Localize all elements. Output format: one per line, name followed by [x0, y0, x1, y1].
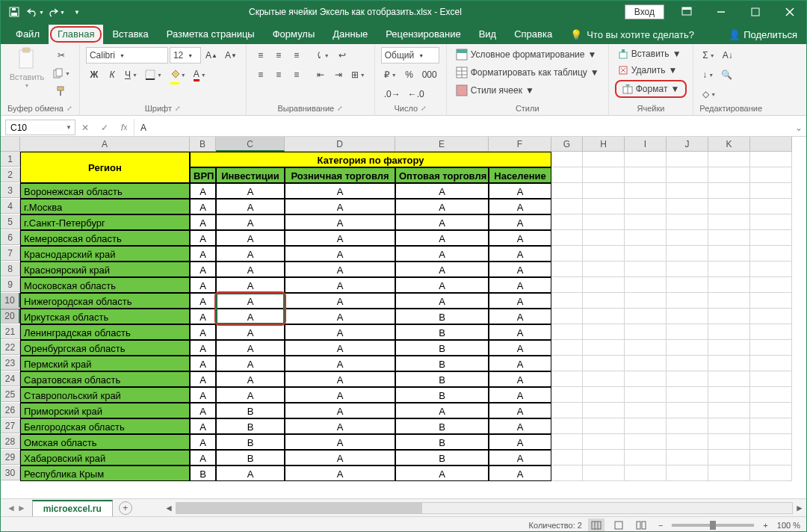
scroll-thumb[interactable]: [176, 503, 423, 513]
row-header[interactable]: 29: [1, 450, 20, 465]
maximize-icon[interactable]: [739, 1, 772, 23]
decrease-decimal[interactable]: ←.0: [405, 86, 427, 102]
close-icon[interactable]: [773, 1, 806, 23]
name-box[interactable]: C10▼: [5, 120, 75, 135]
comma-button[interactable]: 000: [419, 66, 440, 83]
row-header[interactable]: 4: [1, 199, 20, 214]
column-header[interactable]: F: [489, 137, 551, 152]
align-bottom[interactable]: ≡: [288, 47, 305, 64]
qat-customize-icon[interactable]: ▼: [68, 3, 86, 21]
column-header[interactable]: K: [708, 137, 750, 152]
font-color-button[interactable]: А▼: [191, 66, 209, 83]
redo-icon[interactable]: ▼: [47, 3, 65, 21]
tab-layout[interactable]: Разметка страницы: [158, 25, 264, 44]
chevron-down-icon[interactable]: ▼: [63, 124, 75, 131]
scroll-right-icon[interactable]: ►: [793, 503, 806, 513]
row-header[interactable]: 3: [1, 183, 20, 198]
view-normal-button[interactable]: [588, 519, 605, 532]
tab-file[interactable]: Файл: [7, 25, 49, 44]
clear-button[interactable]: ◇▼: [699, 86, 719, 102]
fill-color-button[interactable]: ▼: [167, 66, 189, 83]
row-header[interactable]: 10: [1, 293, 20, 308]
font-launcher[interactable]: ⤢: [175, 105, 181, 112]
clipboard-launcher[interactable]: ⤢: [67, 105, 72, 112]
formula-expand-button[interactable]: ⌄: [791, 119, 806, 136]
orientation-button[interactable]: ⤹▼: [312, 47, 333, 64]
column-header[interactable]: A: [20, 137, 190, 152]
delete-cells-button[interactable]: Удалить▼: [615, 64, 681, 77]
number-launcher[interactable]: ⤢: [421, 105, 427, 112]
sort-filter-button[interactable]: A↓: [720, 47, 736, 64]
column-header[interactable]: E: [395, 137, 489, 152]
row-header[interactable]: 21: [1, 324, 20, 339]
zoom-out-button[interactable]: −: [655, 521, 666, 530]
column-header[interactable]: C: [216, 137, 285, 152]
find-button[interactable]: 🔍: [718, 66, 735, 83]
shrink-font-button[interactable]: A▼: [222, 47, 240, 64]
wrap-text-button[interactable]: ↩: [334, 47, 350, 64]
percent-button[interactable]: %: [401, 66, 418, 83]
save-icon[interactable]: [5, 3, 23, 21]
tab-home[interactable]: Главная: [49, 25, 103, 44]
row-header[interactable]: 22: [1, 340, 20, 355]
font-size-combo[interactable]: 12▼: [170, 47, 201, 64]
copy-button[interactable]: ▼: [50, 65, 73, 81]
align-left[interactable]: ≡: [253, 66, 269, 83]
align-right[interactable]: ≡: [288, 66, 305, 83]
cancel-formula-button[interactable]: ✕: [75, 119, 95, 136]
fill-button[interactable]: ↓▼: [699, 66, 717, 83]
row-header[interactable]: 23: [1, 356, 20, 371]
number-format-combo[interactable]: Общий▼: [381, 47, 439, 64]
view-page-layout-button[interactable]: [610, 519, 627, 532]
align-center[interactable]: ≡: [270, 66, 287, 83]
conditional-formatting-button[interactable]: Условное форматирование▼: [453, 47, 600, 62]
row-header[interactable]: 7: [1, 246, 20, 261]
paste-button[interactable]: Вставить▼: [7, 47, 47, 88]
signin-button[interactable]: Вход: [625, 4, 664, 19]
row-header[interactable]: 20: [1, 309, 20, 324]
indent-decrease[interactable]: ⇤: [312, 66, 329, 83]
alignment-launcher[interactable]: ⤢: [337, 105, 343, 112]
tab-view[interactable]: Вид: [470, 25, 506, 44]
zoom-slider[interactable]: [672, 524, 754, 527]
tell-me-input[interactable]: 💡Что вы хотите сделать?: [561, 25, 703, 44]
tab-review[interactable]: Рецензирование: [377, 25, 469, 44]
undo-icon[interactable]: ▼: [26, 3, 44, 21]
row-header[interactable]: 28: [1, 434, 20, 449]
tab-formulas[interactable]: Формулы: [264, 25, 324, 44]
row-header[interactable]: 27: [1, 418, 20, 433]
tab-data[interactable]: Данные: [324, 25, 377, 44]
row-header[interactable]: 8: [1, 262, 20, 276]
underline-button[interactable]: Ч▼: [122, 66, 140, 83]
row-header[interactable]: 6: [1, 230, 20, 245]
formula-input[interactable]: А: [134, 119, 791, 136]
fx-button[interactable]: fx: [114, 119, 134, 136]
currency-button[interactable]: ₽▼: [381, 66, 400, 83]
tab-help[interactable]: Справка: [505, 25, 561, 44]
column-header[interactable]: H: [583, 137, 625, 152]
minimize-icon[interactable]: [705, 1, 738, 23]
enter-formula-button[interactable]: ✓: [95, 119, 114, 136]
border-button[interactable]: ▼: [142, 66, 165, 83]
zoom-in-button[interactable]: +: [760, 521, 770, 530]
autosum-button[interactable]: Σ▼: [699, 47, 717, 64]
italic-button[interactable]: К: [104, 66, 120, 83]
font-name-combo[interactable]: Calibri▼: [86, 47, 168, 64]
cut-button[interactable]: ✂: [50, 47, 73, 64]
format-as-table-button[interactable]: Форматировать как таблицу▼: [453, 65, 602, 80]
grow-font-button[interactable]: A▲: [202, 47, 220, 64]
merge-button[interactable]: ⊞▼: [348, 66, 368, 83]
row-header[interactable]: 26: [1, 403, 20, 418]
indent-increase[interactable]: ⇥: [330, 66, 347, 83]
format-painter-button[interactable]: [50, 83, 73, 99]
column-header[interactable]: G: [551, 137, 583, 152]
insert-cells-button[interactable]: Вставить▼: [615, 47, 684, 61]
bold-button[interactable]: Ж: [86, 66, 102, 83]
cell-styles-button[interactable]: Стили ячеек▼: [453, 83, 537, 98]
row-header[interactable]: 5: [1, 214, 20, 229]
view-page-break-button[interactable]: [633, 519, 649, 532]
column-header[interactable]: B: [190, 137, 216, 152]
sheet-prev-icon[interactable]: ◄: [7, 503, 16, 513]
row-header[interactable]: 9: [1, 277, 20, 292]
column-header[interactable]: I: [625, 137, 667, 152]
